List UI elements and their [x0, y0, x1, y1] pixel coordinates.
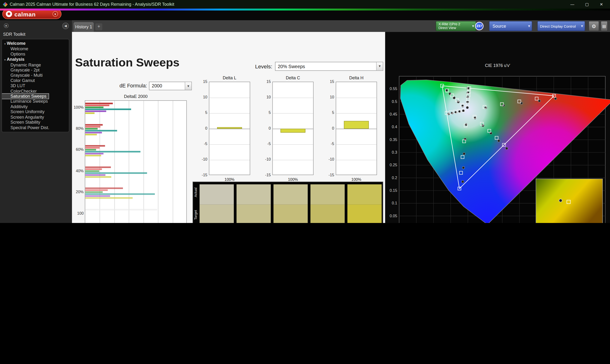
workflow-tree: ▾WelcomeWelcomeOptions▾AnalysisDynamic R… — [2, 39, 69, 132]
sidebar-item-analysis[interactable]: ▾Analysis — [2, 57, 27, 63]
swatch-60%: 60% — [273, 184, 308, 223]
brand-color-strip — [0, 9, 610, 11]
sidebar-item-color-gamut[interactable]: Color Gamut — [2, 78, 37, 83]
source-button[interactable]: Source ▼ — [489, 21, 532, 31]
swatch-100%: 100% — [347, 184, 382, 223]
pin-icon[interactable]: ◉ — [4, 23, 9, 28]
sidebar-title: SDR Toolkit — [3, 32, 25, 37]
deltae-bar — [85, 111, 106, 112]
meter-count-badge: 237 — [475, 22, 483, 30]
chevron-down-icon: ▼ — [185, 82, 192, 90]
window-titlebar: Calman 2025 Calman Ultimate for Business… — [0, 0, 610, 9]
direct-display-control-button[interactable]: Direct Display Control ▼ — [537, 21, 585, 31]
deltae-bar — [85, 174, 106, 176]
deltae-bar — [85, 193, 155, 195]
sidebar-item-screen-angularity[interactable]: Screen Angularity — [2, 115, 46, 120]
measured-point — [463, 153, 465, 155]
deltae-bar — [85, 209, 157, 210]
swatch-row: 20%40%60%80%100% — [199, 182, 385, 223]
sidebar-item-screen-stability[interactable]: Screen Stability — [2, 120, 43, 125]
sidebar-item-options[interactable]: Options — [2, 52, 28, 57]
actual-label: Actual — [194, 187, 197, 197]
tab-bar: History 1 + X-Rite i1Pro 2 Direct View ▼… — [72, 20, 610, 32]
delta_c-bar — [280, 129, 305, 132]
sidebar-item-colorchecker[interactable]: ColorChecker — [2, 89, 39, 94]
sidebar-item-spectral-power-dist-[interactable]: Spectral Power Dist. — [2, 125, 52, 130]
add-tab-button[interactable]: + — [95, 23, 102, 30]
deltae-bar — [85, 197, 133, 199]
meter-button[interactable]: X-Rite i1Pro 2 Direct View ▼ — [436, 21, 476, 31]
target-label: Target — [194, 210, 197, 220]
svg-text:0.35: 0.35 — [389, 137, 397, 142]
sidebar-item-welcome[interactable]: ▾Welcome — [2, 41, 28, 46]
inset-measured-point — [559, 199, 562, 202]
sidebar-item-luminance-sweeps[interactable]: Luminance Sweeps — [2, 99, 50, 104]
measured-point — [464, 138, 466, 140]
deltae-bar — [85, 172, 147, 174]
measured-point — [506, 147, 508, 150]
svg-text:0.25: 0.25 — [389, 163, 397, 167]
deltae-bar — [85, 191, 103, 193]
sidebar-item-grayscale-2pt[interactable]: Grayscale - 2pt — [2, 68, 42, 73]
measured-point — [467, 87, 469, 90]
sidebar-item-grayscale-multi[interactable]: Grayscale - Multi — [2, 73, 45, 78]
delta-l-chart: Delta L 100% 151050-5-10-15 — [199, 76, 251, 185]
sidebar-item-screen-uniformity[interactable]: Screen Uniformity — [2, 109, 47, 115]
sidebar: ◉ ◀ SDR Toolkit ▾WelcomeWelcomeOptions▾A… — [0, 20, 72, 223]
deltae-bar — [85, 112, 95, 114]
deltae-bar — [85, 132, 102, 133]
measured-point — [462, 180, 464, 183]
calman-logo-icon: ✹ — [6, 11, 12, 17]
settings-gear-button[interactable]: ⚙ — [589, 21, 599, 31]
measured-point — [497, 140, 500, 142]
sidebar-item-additivity[interactable]: Additivity — [2, 104, 30, 109]
close-button[interactable]: ✕ — [600, 2, 603, 6]
panel-options-button[interactable]: ▤ — [601, 21, 608, 31]
deltae-chart-title: DeltaE 2000 — [85, 94, 187, 99]
de-formula-dropdown[interactable]: 2000 ▼ — [149, 82, 192, 90]
window-title: Calman 2025 Calman Ultimate for Business… — [10, 2, 174, 7]
sidebar-collapse-button[interactable]: ◀ — [62, 23, 69, 29]
svg-text:0.3: 0.3 — [392, 150, 397, 154]
calman-app-icon — [3, 2, 8, 7]
saturation-swatches-panel: Actual Target 20%40%60%80%100% — [193, 182, 383, 223]
tab-history-1[interactable]: History 1 — [74, 22, 94, 32]
de-formula-label: dE Formula: — [111, 83, 147, 89]
deltae-bar — [85, 166, 111, 168]
svg-text:0.2: 0.2 — [392, 176, 397, 180]
deltae-chart — [85, 100, 187, 223]
deltae-bar — [85, 187, 123, 189]
svg-text:0.55: 0.55 — [389, 87, 397, 91]
deltae-bar — [85, 126, 101, 128]
sidebar-item-3d-lut[interactable]: 3D LUT — [2, 83, 28, 89]
svg-text:0.4: 0.4 — [392, 125, 397, 129]
deltae-bar — [85, 170, 99, 172]
maximize-button[interactable]: ▢ — [585, 2, 589, 6]
sidebar-item-dynamic-range[interactable]: Dynamic Range — [2, 62, 43, 68]
svg-text:0.5: 0.5 — [392, 99, 397, 104]
analysis-page: Saturation Sweeps Levels: 20% Sweeps ▼ d… — [72, 32, 610, 223]
minimize-button[interactable]: — — [571, 2, 574, 6]
swatch-20%: 20% — [200, 184, 234, 223]
deltae-bar — [85, 155, 101, 156]
sidebar-item-welcome[interactable]: Welcome — [2, 46, 30, 52]
svg-text:0.1: 0.1 — [392, 201, 397, 205]
deltae-bar — [85, 168, 102, 170]
delta_l-bar — [217, 127, 242, 129]
chevron-down-icon: ▼ — [376, 62, 383, 70]
cie-chart-title: CIE 1976 u'v' — [385, 63, 610, 68]
measured-point — [554, 97, 557, 100]
swatch-80%: 80% — [311, 184, 345, 223]
chevron-down-icon: ▼ — [528, 25, 531, 28]
cie-1976-diagram: 00.050.10.150.20.250.30.350.40.450.50.55… — [386, 73, 610, 223]
deltae-bar — [85, 130, 117, 131]
deltae-bar — [85, 189, 108, 191]
svg-text:0.05: 0.05 — [389, 214, 397, 218]
deltae-bar — [85, 104, 109, 106]
app-window: Calman 2025 Calman Ultimate for Business… — [0, 0, 610, 223]
deltae-bar — [85, 151, 141, 153]
levels-dropdown[interactable]: 20% Sweeps ▼ — [275, 62, 383, 71]
sidebar-item-saturation-sweeps[interactable]: Saturation Sweeps — [2, 94, 49, 99]
deltae-bar — [85, 109, 131, 110]
deltae-y-axis: 100%80%60%40%20%100 — [72, 32, 84, 223]
